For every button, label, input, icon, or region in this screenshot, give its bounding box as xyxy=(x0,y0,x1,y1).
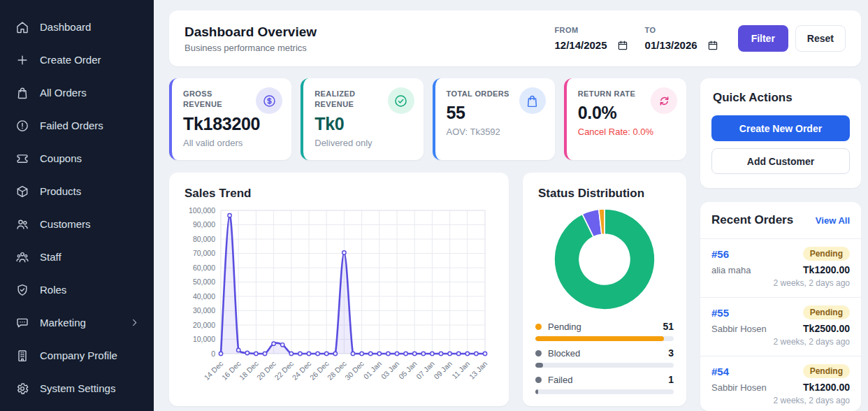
stat-icon-circle xyxy=(519,87,546,114)
svg-text:07 Jan: 07 Jan xyxy=(414,359,436,381)
calendar-icon[interactable] xyxy=(617,40,628,51)
sidebar-item-coupons[interactable]: Coupons xyxy=(0,142,154,175)
order-id-link[interactable]: #55 xyxy=(711,307,729,319)
svg-text:90,000: 90,000 xyxy=(193,220,215,229)
left-column: GROSS REVENUETk183200All valid ordersREA… xyxy=(169,78,686,411)
stat-icon-circle xyxy=(651,87,677,114)
sidebar: DashboardCreate OrderAll OrdersFailed Or… xyxy=(0,0,154,411)
to-date-label: TO xyxy=(645,26,718,34)
from-date-input[interactable]: 12/14/2025 xyxy=(554,39,628,51)
sidebar-item-label: Products xyxy=(40,185,81,197)
page-subtitle: Business performance metrics xyxy=(185,43,317,53)
sidebar-item-products[interactable]: Products xyxy=(0,175,154,208)
stat-value: Tk0 xyxy=(314,114,413,134)
sidebar-item-customers[interactable]: Customers xyxy=(0,208,154,240)
stat-card-return-rate: RETURN RATE0.0%Cancel Rate: 0.0% xyxy=(564,78,686,160)
svg-text:11 Jan: 11 Jan xyxy=(450,359,471,380)
sidebar-item-label: Coupons xyxy=(40,152,82,164)
svg-text:70,000: 70,000 xyxy=(193,249,215,257)
refresh-icon xyxy=(657,94,672,108)
header-filters: FROM 12/14/2025 TO 01/13/2026 Filter Res xyxy=(554,25,846,52)
status-legend: Pending51Blocked3Failed1 xyxy=(523,317,686,401)
sales-trend-chart[interactable]: 010,00020,00030,00040,00050,00060,00070,… xyxy=(169,201,509,398)
from-date-label: FROM xyxy=(554,26,628,34)
chevron-icon xyxy=(129,317,140,328)
order-time: 2 weeks, 2 days ago xyxy=(711,337,850,347)
order-time: 2 weeks, 2 days ago xyxy=(711,396,850,405)
quick-actions-title: Quick Actions xyxy=(713,91,850,105)
bag-icon xyxy=(15,86,29,100)
sidebar-item-all-orders[interactable]: All Orders xyxy=(0,76,154,109)
legend-value: 3 xyxy=(668,347,674,359)
order-amount: Tk1200.00 xyxy=(803,264,850,275)
sidebar-item-failed-orders[interactable]: Failed Orders xyxy=(0,109,154,142)
right-column: Quick Actions Create New Order Add Custo… xyxy=(700,78,861,411)
stat-subtext: All valid orders xyxy=(183,138,282,148)
calendar-icon[interactable] xyxy=(707,40,718,51)
legend-progress-fill xyxy=(535,363,543,368)
legend-label: Pending xyxy=(548,322,581,332)
order-id-link[interactable]: #54 xyxy=(711,366,729,377)
sidebar-item-system-settings[interactable]: System Settings xyxy=(0,372,154,405)
svg-text:03 Jan: 03 Jan xyxy=(379,359,401,381)
svg-text:10,000: 10,000 xyxy=(193,335,215,343)
sidebar-item-label: Staff xyxy=(40,251,62,263)
svg-text:09 Jan: 09 Jan xyxy=(432,359,454,381)
svg-text:0: 0 xyxy=(211,349,215,358)
svg-text:100,000: 100,000 xyxy=(189,206,215,215)
svg-text:60,000: 60,000 xyxy=(193,264,215,272)
sidebar-item-roles[interactable]: Roles xyxy=(0,273,154,306)
legend-progress-fill xyxy=(535,389,538,394)
page-title: Dashboard Overview xyxy=(185,24,317,40)
svg-text:30 Dec: 30 Dec xyxy=(343,359,366,382)
svg-text:18 Dec: 18 Dec xyxy=(238,359,260,382)
order-customer: Sabbir Hosen xyxy=(711,324,767,334)
svg-text:20 Dec: 20 Dec xyxy=(255,359,277,382)
legend-progress-track xyxy=(535,363,674,368)
sidebar-item-marketing[interactable]: Marketing xyxy=(0,306,154,339)
to-date-group: TO 01/13/2026 xyxy=(645,26,718,51)
staff-icon xyxy=(15,250,29,264)
order-row: #56Pendingalia mahaTk1200.002 weeks, 2 d… xyxy=(700,239,861,298)
legend-progress-track xyxy=(535,389,674,394)
add-customer-button[interactable]: Add Customer xyxy=(711,148,850,174)
sidebar-item-staff[interactable]: Staff xyxy=(0,240,154,273)
order-amount: Tk2500.00 xyxy=(803,323,850,334)
legend-label: Failed xyxy=(548,375,572,385)
to-date-input[interactable]: 01/13/2026 xyxy=(645,39,718,51)
svg-text:05 Jan: 05 Jan xyxy=(397,359,419,381)
to-date-value: 01/13/2026 xyxy=(645,39,697,51)
check-icon xyxy=(393,94,408,108)
stat-value: Tk183200 xyxy=(183,114,282,134)
sidebar-item-label: Marketing xyxy=(40,317,86,329)
users-icon xyxy=(15,217,29,231)
stat-subtext: Cancel Rate: 0.0% xyxy=(578,127,677,137)
filter-button[interactable]: Filter xyxy=(738,25,788,52)
stat-icon-circle xyxy=(256,87,282,114)
svg-text:13 Jan: 13 Jan xyxy=(468,359,489,381)
create-new-order-button[interactable]: Create New Order xyxy=(711,115,850,141)
legend-progress-track xyxy=(535,336,674,341)
order-id-link[interactable]: #56 xyxy=(711,248,729,260)
svg-text:80,000: 80,000 xyxy=(193,235,215,243)
order-amount: Tk1200.00 xyxy=(803,382,850,393)
reset-button[interactable]: Reset xyxy=(795,25,846,52)
legend-dot xyxy=(535,377,542,383)
svg-text:01 Jan: 01 Jan xyxy=(361,359,383,381)
svg-text:24 Dec: 24 Dec xyxy=(290,359,312,382)
package-icon xyxy=(15,185,29,199)
legend-item-blocked: Blocked3 xyxy=(535,347,674,368)
sidebar-item-company-profile[interactable]: Company Profile xyxy=(0,339,154,372)
stat-card-gross-revenue: GROSS REVENUETk183200All valid orders xyxy=(169,78,291,160)
alert-icon xyxy=(15,119,29,133)
view-all-link[interactable]: View All xyxy=(816,215,850,226)
recent-orders-panel: Recent Orders View All #56Pendingalia ma… xyxy=(700,202,861,411)
sidebar-item-dashboard[interactable]: Dashboard xyxy=(0,10,154,43)
sidebar-item-create-order[interactable]: Create Order xyxy=(0,43,154,76)
status-distribution-title: Status Distribution xyxy=(523,173,686,201)
building-icon xyxy=(15,349,29,363)
sidebar-item-label: System Settings xyxy=(40,382,115,394)
legend-progress-fill xyxy=(535,336,664,341)
status-donut-chart[interactable] xyxy=(523,201,686,317)
shield-icon xyxy=(15,283,29,297)
